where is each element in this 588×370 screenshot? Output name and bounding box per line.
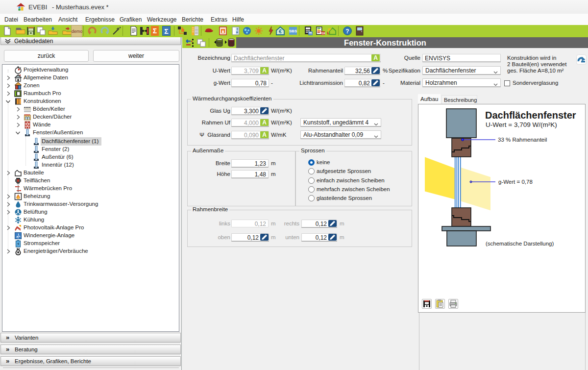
svg-text:?: ?	[345, 28, 349, 35]
svg-text:33 % Rahmenanteil: 33 % Rahmenanteil	[498, 137, 547, 143]
svg-text:PDF: PDF	[320, 32, 325, 35]
svg-text:(schematische Darstellung): (schematische Darstellung)	[486, 241, 554, 247]
svg-text:SBS: SBS	[289, 29, 297, 33]
svg-text:g-Wert = 0,78: g-Wert = 0,78	[498, 179, 533, 185]
svg-text:€: €	[279, 29, 282, 34]
